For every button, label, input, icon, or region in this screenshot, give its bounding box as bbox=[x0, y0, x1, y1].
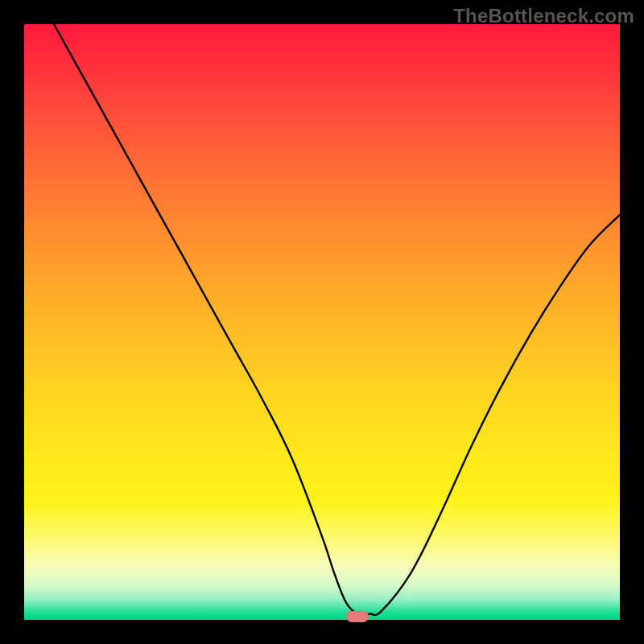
bottleneck-curve bbox=[24, 24, 620, 620]
optimal-marker bbox=[346, 611, 369, 622]
plot-area bbox=[24, 24, 620, 620]
chart-container: TheBottleneck.com bbox=[0, 0, 644, 644]
